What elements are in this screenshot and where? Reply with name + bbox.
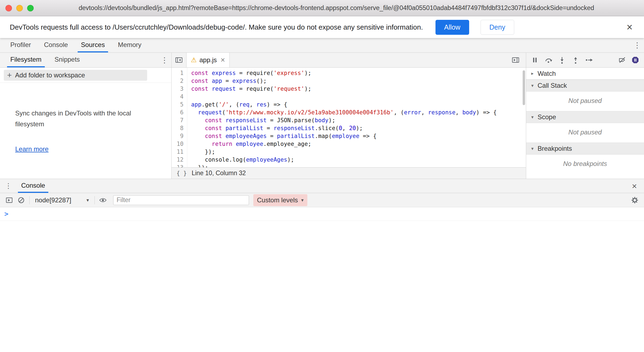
code-line[interactable]: const partialList = responseList.slice(0… [191,124,526,132]
code-line[interactable]: console.log(employeeAges); [191,156,526,164]
gear-icon [631,196,639,204]
tab-sources[interactable]: Sources [78,38,108,52]
deactivate-breakpoints-button[interactable] [616,54,628,66]
editor-scrollbar[interactable] [523,70,525,105]
debugger-toolbar [526,53,644,68]
code-line[interactable]: const app = express(); [191,77,526,85]
code-editor[interactable]: 12345678910111213 const express = requir… [172,68,526,167]
file-tab-close-icon[interactable]: × [221,56,225,64]
navigator-tabbar: Filesystem Snippets ⋮ [0,53,171,68]
breakpoints-section-header[interactable]: ▾ Breakpoints [526,143,644,155]
tab-filesystem[interactable]: Filesystem [7,53,45,67]
line-number[interactable]: 9 [172,132,187,140]
tabbar-spacer [86,53,158,67]
allow-button[interactable]: Allow [435,20,469,35]
add-folder-row: + Add folder to workspace [0,68,171,83]
code-line[interactable]: request('http://www.mocky.io/v2/5e1a9abe… [191,109,526,117]
main-menu-kebab-icon[interactable]: ⋮ [630,38,644,52]
minimize-window-button[interactable] [16,5,23,11]
code-line[interactable]: const responseList = JSON.parse(body); [191,117,526,124]
drawer-menu-kebab-icon[interactable]: ⋮ [2,179,15,193]
section-title: Breakpoints [538,145,572,152]
infobar-close-icon[interactable]: × [625,22,634,32]
code-line[interactable]: const employeeAges = partialList.map(emp… [191,132,526,140]
code-line[interactable] [191,93,526,101]
code-line[interactable]: }); [191,148,526,156]
step-out-button[interactable] [570,54,582,66]
console-sidebar-toggle-button[interactable] [3,195,15,206]
close-window-button[interactable] [5,5,12,11]
console-prompt[interactable]: > [0,207,644,221]
code-line[interactable]: return employee.employee_age; [191,140,526,148]
step-button[interactable] [583,54,595,66]
zoom-window-button[interactable] [27,5,34,11]
debugger-toolbar-right [616,54,641,66]
line-number[interactable]: 8 [172,124,187,132]
drawer-close-icon[interactable]: × [627,182,642,190]
add-folder-button[interactable]: + Add folder to workspace [4,70,147,81]
tab-label: Profiler [10,41,31,49]
code-line[interactable]: app.get('/', (req, res) => { [191,101,526,109]
line-number[interactable]: 13 [172,164,187,167]
code-line[interactable]: const express = require('express'); [191,69,526,77]
call-stack-message: Not paused [526,92,644,111]
editor-gutter: 12345678910111213 [172,68,187,167]
debugger-panel: ▸ Watch ▾ Call Stack Not paused ▾ Scope … [526,53,644,179]
hide-navigator-button[interactable] [172,53,186,67]
navigator-panel: Filesystem Snippets ⋮ + Add folder to wo… [0,53,172,179]
line-number[interactable]: 11 [172,148,187,156]
line-number[interactable]: 12 [172,156,187,164]
line-number[interactable]: 7 [172,117,187,124]
scope-section-header[interactable]: ▾ Scope [526,111,644,123]
step-into-button[interactable] [556,54,568,66]
watch-section-header[interactable]: ▸ Watch [526,68,644,80]
line-number[interactable]: 2 [172,77,187,85]
window-titlebar: devtools://devtools/bundled/js_app.html?… [0,0,644,16]
line-number[interactable]: 4 [172,93,187,101]
navigator-kebab-icon[interactable]: ⋮ [158,53,171,67]
pretty-print-icon[interactable]: { } [176,170,187,177]
pause-on-exceptions-button[interactable] [629,54,641,66]
clear-console-button[interactable] [15,195,27,206]
log-levels-dropdown[interactable]: Custom levels ▾ [253,194,308,206]
sync-message: Sync changes in DevTools with the local … [15,108,138,130]
line-number[interactable]: 1 [172,69,187,77]
filter-input[interactable] [113,195,249,205]
tab-label: Console [21,182,45,189]
context-label: node[92287] [35,196,71,204]
tab-memory[interactable]: Memory [115,38,145,52]
toolbar-separator [29,196,30,204]
file-tab-appjs[interactable]: ⚠ app.js × [186,53,230,67]
step-over-button[interactable] [542,54,554,66]
chevron-down-icon: ▾ [86,197,89,203]
line-number[interactable]: 10 [172,140,187,148]
line-number[interactable]: 3 [172,85,187,93]
console-drawer: ⋮ Console × node[92287] ▾ Custom levels [0,179,644,352]
editor-statusbar: { } Line 10, Column 32 [172,167,526,179]
pause-button[interactable] [529,54,541,66]
tabbar-spacer [148,38,630,52]
editor-panel: ⚠ app.js × 12345678910111213 const expre… [172,53,526,179]
drawer-tab-console[interactable]: Console [18,179,48,193]
step-out-icon [572,56,580,64]
console-settings-button[interactable] [629,195,641,206]
line-number[interactable]: 5 [172,101,187,109]
learn-more-link[interactable]: Learn more [15,145,49,153]
execution-context-selector[interactable]: node[92287] ▾ [32,196,92,204]
deny-button[interactable]: Deny [481,20,514,35]
live-expression-button[interactable] [97,195,109,206]
tab-snippets[interactable]: Snippets [51,53,83,67]
tab-profiler[interactable]: Profiler [7,38,34,52]
traffic-lights [5,5,34,11]
permission-infobar: DevTools requests full access to /Users/… [0,16,644,38]
step-icon [585,56,593,64]
deactivate-breakpoints-icon [618,56,626,64]
code-line[interactable]: }); [191,164,526,167]
chevron-down-icon: ▾ [301,197,304,203]
code-line[interactable]: const request = require('request'); [191,85,526,93]
tab-console[interactable]: Console [41,38,71,52]
show-debugger-sidebar-button[interactable] [511,56,520,64]
call-stack-section-header[interactable]: ▾ Call Stack [526,80,644,92]
line-number[interactable]: 6 [172,109,187,117]
show-debugger-sidebar-icon [511,56,520,64]
